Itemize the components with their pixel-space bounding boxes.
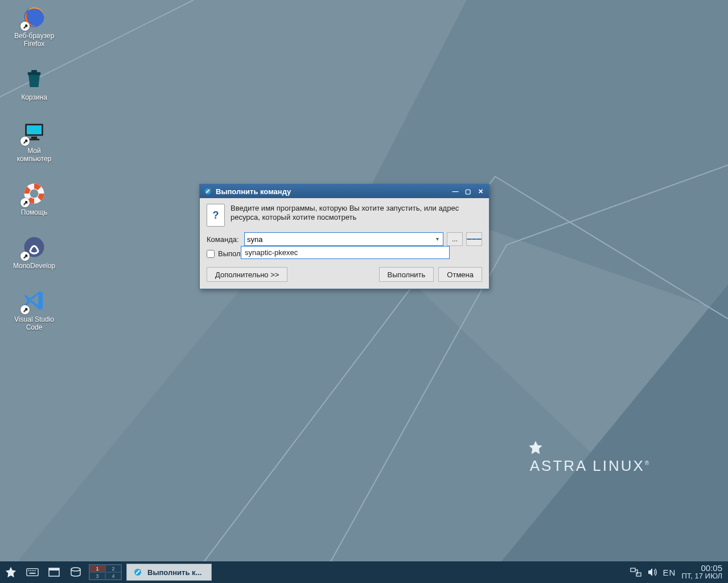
tray-clock[interactable]: 00:05 ПТ, 17 ИЮЛ [681, 564, 722, 580]
shortcut-overlay-icon: ↗ [20, 137, 30, 146]
command-label: Команда: [207, 235, 241, 244]
taskbar-task-run-command[interactable]: Выполнить к... [126, 564, 212, 581]
system-tray: EN 00:05 ПТ, 17 ИЮЛ [630, 561, 728, 583]
desktop-icon-monodevelop[interactable]: ↗ MonoDevelop [8, 235, 60, 270]
trash-icon [22, 66, 47, 91]
svg-point-22 [71, 568, 80, 571]
svg-rect-17 [32, 570, 34, 571]
close-button[interactable]: ✕ [475, 187, 486, 196]
vscode-icon: ↗ [22, 288, 47, 313]
svg-rect-18 [35, 570, 36, 571]
tray-network-icon[interactable] [630, 561, 641, 583]
run-icon [203, 187, 212, 196]
browse-button[interactable]: ... [447, 232, 463, 246]
desktop-wallpaper: ASTRA LINUX® [0, 0, 728, 583]
svg-rect-24 [631, 568, 635, 572]
run-icon [133, 567, 143, 577]
dialog-instruction: Введите имя программы, которую Вы хотите… [231, 204, 482, 227]
workspace-4[interactable]: 4 [105, 572, 121, 580]
clock-date: ПТ, 17 ИЮЛ [681, 572, 722, 580]
desktop-icon-mycomputer[interactable]: ↗ Мой компьютер [8, 120, 60, 163]
chevron-down-icon[interactable]: ▾ [433, 235, 441, 243]
autocomplete-item[interactable]: synaptic-pkexec [245, 248, 298, 257]
run-in-terminal-checkbox[interactable] [207, 250, 215, 258]
svg-rect-9 [29, 139, 39, 141]
tray-language-indicator[interactable]: EN [663, 568, 676, 577]
run-command-dialog: Выполнить команду ― ▢ ✕ ? Введите имя пр… [199, 184, 490, 289]
minimize-button[interactable]: ― [450, 187, 460, 196]
firefox-icon: ↗ [22, 5, 47, 30]
dialog-titlebar[interactable]: Выполнить команду ― ▢ ✕ [200, 184, 489, 198]
cancel-button[interactable]: Отмена [438, 267, 482, 282]
workspace-1[interactable]: 1 [89, 565, 105, 572]
lifebuoy-icon: ↗ [22, 181, 47, 206]
history-button[interactable] [466, 232, 482, 246]
workspace-switcher[interactable]: 1 2 3 4 [89, 564, 122, 580]
maximize-button[interactable]: ▢ [463, 187, 473, 196]
svg-rect-8 [31, 137, 38, 139]
execute-button[interactable]: Выполнить [379, 267, 434, 282]
taskbar-task-label: Выполнить к... [147, 568, 201, 577]
desktop-icon-vscode[interactable]: ↗ Visual Studio Code [8, 288, 60, 331]
shortcut-overlay-icon: ↗ [20, 198, 30, 207]
autocomplete-popup[interactable]: synaptic-pkexec [241, 246, 450, 259]
astra-linux-logo: ASTRA LINUX® [528, 440, 653, 475]
dialog-title: Выполнить команду [216, 187, 291, 196]
svg-rect-16 [30, 570, 31, 571]
svg-rect-14 [27, 569, 38, 576]
clock-time: 00:05 [681, 564, 722, 572]
shortcut-overlay-icon: ↗ [20, 252, 30, 261]
shortcut-overlay-icon: ↗ [20, 22, 30, 31]
svg-rect-5 [31, 70, 37, 73]
desktop-icons-area: ↗ Веб-браузер Firefox Корзина ↗ Мой комп… [8, 5, 65, 350]
svg-rect-7 [27, 125, 42, 134]
taskbar: 1 2 3 4 Выполнить к... EN 00:05 ПТ, 17 И… [0, 561, 728, 583]
desktop-icon-label: Мой компьютер [17, 147, 52, 163]
svg-rect-15 [28, 570, 30, 571]
monodevelop-icon: ↗ [22, 235, 47, 260]
workspace-2[interactable]: 2 [105, 565, 121, 572]
svg-rect-21 [49, 568, 59, 570]
svg-rect-25 [636, 573, 641, 576]
desktop-icon-label: Корзина [21, 93, 47, 101]
workspace-3[interactable]: 3 [89, 572, 105, 580]
computer-icon: ↗ [22, 120, 47, 145]
desktop-icon-trash[interactable]: Корзина [8, 66, 60, 101]
desktop-icon-label: Visual Studio Code [14, 315, 54, 331]
question-document-icon: ? [207, 204, 225, 227]
desktop-icon-label: Помощь [21, 208, 47, 216]
start-menu-button[interactable] [0, 561, 22, 583]
brand-text: ASTRA LINUX [530, 457, 645, 474]
shortcut-overlay-icon: ↗ [20, 305, 30, 314]
tray-volume-icon[interactable] [647, 561, 657, 583]
command-input[interactable] [244, 232, 443, 246]
file-manager-button[interactable] [65, 561, 87, 583]
virtual-keyboard-button[interactable] [22, 561, 43, 583]
run-in-terminal-label: Выпол [218, 249, 241, 258]
svg-point-11 [30, 190, 39, 198]
advanced-button[interactable]: Дополнительно >> [207, 267, 287, 282]
desktop-icon-label: Веб-браузер Firefox [14, 32, 54, 48]
show-desktop-button[interactable] [43, 561, 65, 583]
desktop-icon-label: MonoDevelop [13, 262, 55, 270]
desktop-icon-help[interactable]: ↗ Помощь [8, 181, 60, 216]
svg-rect-19 [30, 573, 36, 574]
desktop-icon-firefox[interactable]: ↗ Веб-браузер Firefox [8, 5, 60, 48]
